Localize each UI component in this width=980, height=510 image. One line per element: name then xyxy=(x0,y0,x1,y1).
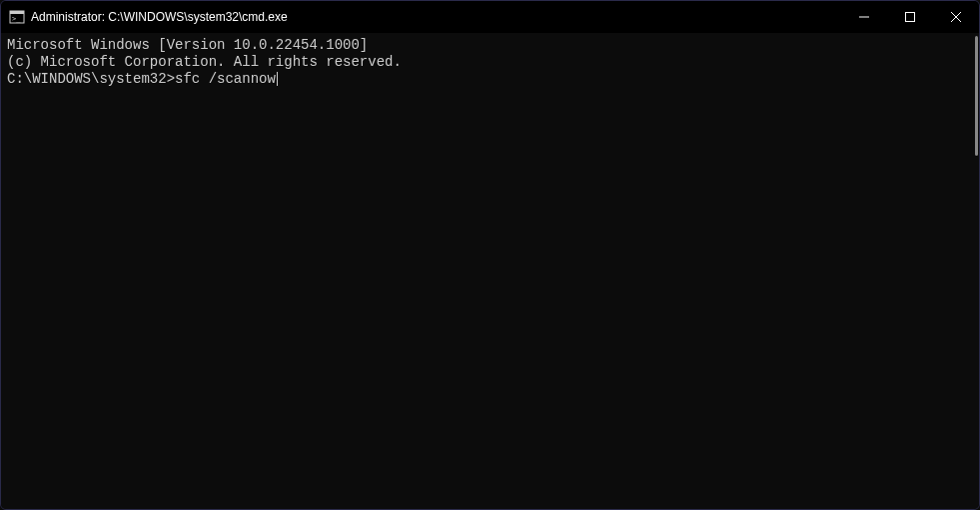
window-controls xyxy=(841,1,979,33)
window-title: Administrator: C:\WINDOWS\system32\cmd.e… xyxy=(31,10,288,24)
version-line: Microsoft Windows [Version 10.0.22454.10… xyxy=(7,37,973,54)
minimize-button[interactable] xyxy=(841,1,887,33)
copyright-line: (c) Microsoft Corporation. All rights re… xyxy=(7,54,973,71)
prompt-text: C:\WINDOWS\system32> xyxy=(7,71,175,87)
svg-rect-1 xyxy=(10,11,24,14)
maximize-button[interactable] xyxy=(887,1,933,33)
svg-rect-4 xyxy=(906,13,915,22)
cmd-icon: >_ xyxy=(9,9,25,25)
close-button[interactable] xyxy=(933,1,979,33)
scrollbar-thumb[interactable] xyxy=(975,36,978,156)
terminal-output[interactable]: Microsoft Windows [Version 10.0.22454.10… xyxy=(1,33,979,509)
titlebar-left: >_ Administrator: C:\WINDOWS\system32\cm… xyxy=(9,9,288,25)
command-input[interactable]: sfc /scannow xyxy=(175,71,276,87)
cursor xyxy=(277,72,278,86)
svg-text:>_: >_ xyxy=(12,15,21,23)
titlebar[interactable]: >_ Administrator: C:\WINDOWS\system32\cm… xyxy=(1,1,979,33)
cmd-window: >_ Administrator: C:\WINDOWS\system32\cm… xyxy=(0,0,980,510)
prompt-line: C:\WINDOWS\system32>sfc /scannow xyxy=(7,71,973,88)
